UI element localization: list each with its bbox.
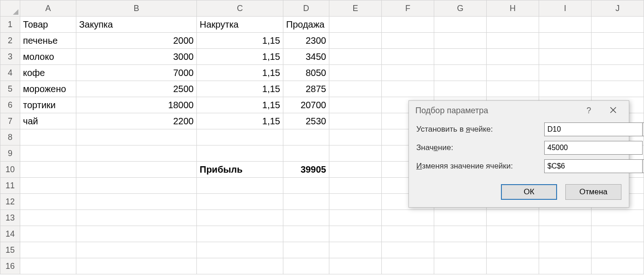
select-all-corner[interactable]	[0, 0, 20, 17]
col-header-H[interactable]: H	[487, 0, 539, 17]
row-header-12[interactable]: 12	[0, 194, 20, 210]
row-header-9[interactable]: 9	[0, 145, 20, 162]
cell-C14[interactable]	[197, 226, 283, 242]
col-header-I[interactable]: I	[539, 0, 592, 17]
cell-D14[interactable]	[283, 226, 329, 242]
cell-E8[interactable]	[329, 129, 382, 145]
cell-B5[interactable]: 2500	[76, 81, 197, 97]
cell-B11[interactable]	[76, 178, 197, 194]
cell-C10[interactable]: Прибыль	[197, 162, 283, 178]
cell-C8[interactable]	[197, 129, 283, 145]
cancel-button[interactable]: Отмена	[565, 184, 621, 200]
cell-H14[interactable]	[487, 226, 539, 242]
cell-B7[interactable]: 2200	[76, 113, 197, 129]
cell-G1[interactable]	[434, 17, 487, 33]
cell-A9[interactable]	[20, 145, 76, 162]
cell-A8[interactable]	[20, 129, 76, 145]
cell-D10[interactable]: 39905	[283, 162, 329, 178]
cell-I15[interactable]	[539, 242, 592, 258]
cell-I1[interactable]	[539, 17, 592, 33]
row-header-11[interactable]: 11	[0, 178, 20, 194]
cell-C7[interactable]: 1,15	[197, 113, 283, 129]
cell-B10[interactable]	[76, 162, 197, 178]
cell-B13[interactable]	[76, 210, 197, 226]
cell-C4[interactable]: 1,15	[197, 65, 283, 81]
cell-B14[interactable]	[76, 226, 197, 242]
cell-H3[interactable]	[487, 49, 539, 65]
cell-E2[interactable]	[329, 33, 382, 49]
set-cell-input[interactable]	[544, 122, 643, 136]
cell-F15[interactable]	[382, 242, 434, 258]
cell-G2[interactable]	[434, 33, 487, 49]
col-header-D[interactable]: D	[283, 0, 329, 17]
row-header-3[interactable]: 3	[0, 49, 20, 65]
cell-E14[interactable]	[329, 226, 382, 242]
cell-J3[interactable]	[592, 49, 644, 65]
col-header-J[interactable]: J	[592, 0, 644, 17]
col-header-E[interactable]: E	[329, 0, 382, 17]
close-icon[interactable]	[595, 105, 622, 116]
cell-D5[interactable]: 2875	[283, 81, 329, 97]
cell-B16[interactable]	[76, 258, 197, 274]
col-header-G[interactable]: G	[434, 0, 487, 17]
cell-D2[interactable]: 2300	[283, 33, 329, 49]
cell-I16[interactable]	[539, 258, 592, 274]
help-icon[interactable]: ?	[583, 106, 595, 116]
cell-F13[interactable]	[382, 210, 434, 226]
dialog-titlebar[interactable]: Подбор параметра ?	[409, 101, 629, 119]
cell-J4[interactable]	[592, 65, 644, 81]
cell-C6[interactable]: 1,15	[197, 97, 283, 113]
cell-E1[interactable]	[329, 17, 382, 33]
cell-F4[interactable]	[382, 65, 434, 81]
cell-D1[interactable]: Продажа	[283, 17, 329, 33]
cell-E11[interactable]	[329, 178, 382, 194]
cell-H1[interactable]	[487, 17, 539, 33]
to-value-input[interactable]	[544, 141, 643, 155]
cell-B1[interactable]: Закупка	[76, 17, 197, 33]
cell-A10[interactable]	[20, 162, 76, 178]
cell-A4[interactable]: кофе	[20, 65, 76, 81]
cell-D16[interactable]	[283, 258, 329, 274]
cell-B9[interactable]	[76, 145, 197, 162]
cell-I4[interactable]	[539, 65, 592, 81]
cell-F1[interactable]	[382, 17, 434, 33]
row-header-1[interactable]: 1	[0, 17, 20, 33]
cell-D7[interactable]: 2530	[283, 113, 329, 129]
cell-D12[interactable]	[283, 194, 329, 210]
cell-G16[interactable]	[434, 258, 487, 274]
cell-J16[interactable]	[592, 258, 644, 274]
cell-A5[interactable]: морожено	[20, 81, 76, 97]
cell-E3[interactable]	[329, 49, 382, 65]
col-header-B[interactable]: B	[76, 0, 197, 17]
row-header-13[interactable]: 13	[0, 210, 20, 226]
cell-D15[interactable]	[283, 242, 329, 258]
cell-F3[interactable]	[382, 49, 434, 65]
cell-G3[interactable]	[434, 49, 487, 65]
cell-A16[interactable]	[20, 258, 76, 274]
cell-C15[interactable]	[197, 242, 283, 258]
cell-I3[interactable]	[539, 49, 592, 65]
cell-E4[interactable]	[329, 65, 382, 81]
cell-D4[interactable]: 8050	[283, 65, 329, 81]
cell-A12[interactable]	[20, 194, 76, 210]
cell-B2[interactable]: 2000	[76, 33, 197, 49]
row-header-10[interactable]: 10	[0, 162, 20, 178]
cell-C1[interactable]: Накрутка	[197, 17, 283, 33]
cell-C12[interactable]	[197, 194, 283, 210]
row-header-4[interactable]: 4	[0, 65, 20, 81]
cell-F2[interactable]	[382, 33, 434, 49]
cell-C3[interactable]: 1,15	[197, 49, 283, 65]
cell-J5[interactable]	[592, 81, 644, 97]
row-header-5[interactable]: 5	[0, 81, 20, 97]
cell-D6[interactable]: 20700	[283, 97, 329, 113]
cell-E16[interactable]	[329, 258, 382, 274]
cell-G5[interactable]	[434, 81, 487, 97]
cell-E6[interactable]	[329, 97, 382, 113]
cell-J14[interactable]	[592, 226, 644, 242]
cell-A6[interactable]: тортики	[20, 97, 76, 113]
row-header-6[interactable]: 6	[0, 97, 20, 113]
cell-A14[interactable]	[20, 226, 76, 242]
cell-E12[interactable]	[329, 194, 382, 210]
cell-C9[interactable]	[197, 145, 283, 162]
cell-E10[interactable]	[329, 162, 382, 178]
